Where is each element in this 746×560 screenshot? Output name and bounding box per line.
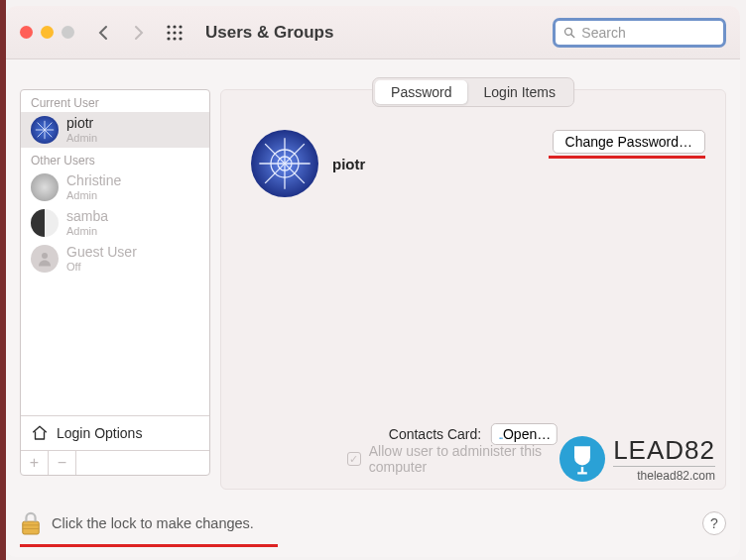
close-window-button[interactable] (20, 26, 33, 39)
avatar (31, 209, 59, 237)
user-list: Current User piotr Admin Other Users Chr… (20, 89, 210, 476)
minimize-window-button[interactable] (41, 26, 54, 39)
watermark-badge-icon (560, 436, 605, 482)
user-name: Christine (66, 173, 121, 188)
help-button[interactable]: ? (702, 511, 726, 535)
show-all-icon[interactable] (162, 20, 187, 46)
open-contacts-button[interactable]: Open… (491, 423, 558, 445)
user-row-piotr[interactable]: piotr Admin (21, 112, 209, 148)
user-name: piotr (66, 116, 97, 131)
zoom-window-button[interactable] (62, 26, 74, 39)
search-icon (563, 26, 575, 40)
back-button[interactable] (90, 20, 116, 46)
contacts-card-row: Contacts Card: Open… (389, 423, 558, 445)
login-options-label: Login Options (57, 425, 142, 441)
search-input[interactable] (581, 25, 715, 41)
user-display-name: piotr (332, 156, 365, 172)
search-field[interactable] (553, 18, 726, 48)
remove-user-button[interactable]: − (49, 451, 76, 475)
toolbar: Users & Groups (6, 6, 740, 59)
avatar (31, 245, 59, 273)
footer: Click the lock to make changes. ? (20, 504, 726, 543)
tab-login-items[interactable]: Login Items (468, 80, 571, 104)
annotation-underline (20, 544, 278, 547)
svg-point-2 (179, 25, 182, 28)
user-name: samba (66, 209, 108, 224)
contacts-card-label: Contacts Card: (389, 426, 481, 442)
annotation-underline (549, 156, 705, 159)
user-role: Admin (66, 132, 97, 144)
login-options[interactable]: Login Options (21, 415, 209, 450)
svg-point-8 (179, 37, 182, 40)
svg-point-1 (173, 25, 176, 28)
user-row-samba[interactable]: samba Admin (21, 205, 209, 241)
tab-bar: Password Login Items (372, 77, 574, 107)
svg-point-3 (167, 31, 170, 34)
add-remove-bar: + − (21, 450, 209, 475)
svg-point-5 (179, 31, 182, 34)
lock-hint-text: Click the lock to make changes. (52, 515, 254, 531)
tab-password[interactable]: Password (375, 80, 467, 104)
admin-checkbox[interactable]: ✓ (347, 452, 361, 466)
user-role: Admin (66, 225, 108, 237)
user-role: Off (66, 261, 137, 273)
svg-point-6 (167, 37, 170, 40)
home-icon (31, 424, 49, 442)
watermark: LEAD82 thelead82.com (560, 435, 715, 483)
lock-icon[interactable] (20, 510, 42, 536)
svg-point-0 (167, 25, 170, 28)
svg-rect-22 (23, 521, 40, 534)
user-row-christine[interactable]: Christine Admin (21, 169, 209, 205)
user-row-guest[interactable]: Guest User Off (21, 241, 209, 277)
forward-button[interactable] (126, 20, 152, 46)
preferences-window: Users & Groups Current User piotr Admin … (6, 6, 740, 557)
other-users-section: Other Users (21, 148, 209, 169)
avatar (31, 116, 59, 144)
add-user-button[interactable]: + (21, 451, 49, 475)
svg-line-10 (571, 34, 574, 37)
watermark-brand: LEAD82 (613, 435, 715, 466)
change-password-button[interactable]: Change Password… (553, 130, 705, 154)
window-title: Users & Groups (205, 23, 333, 43)
user-detail-panel: Password Login Items piotr Change Passwo… (220, 89, 726, 490)
user-name: Guest User (66, 245, 137, 260)
window-controls (20, 26, 74, 39)
svg-point-4 (173, 31, 176, 34)
watermark-site: thelead82.com (613, 466, 715, 483)
current-user-section: Current User (21, 90, 209, 112)
avatar (31, 173, 59, 201)
svg-point-7 (173, 37, 176, 40)
user-role: Admin (66, 189, 121, 201)
svg-point-15 (42, 253, 48, 259)
user-avatar-large[interactable] (251, 130, 318, 197)
